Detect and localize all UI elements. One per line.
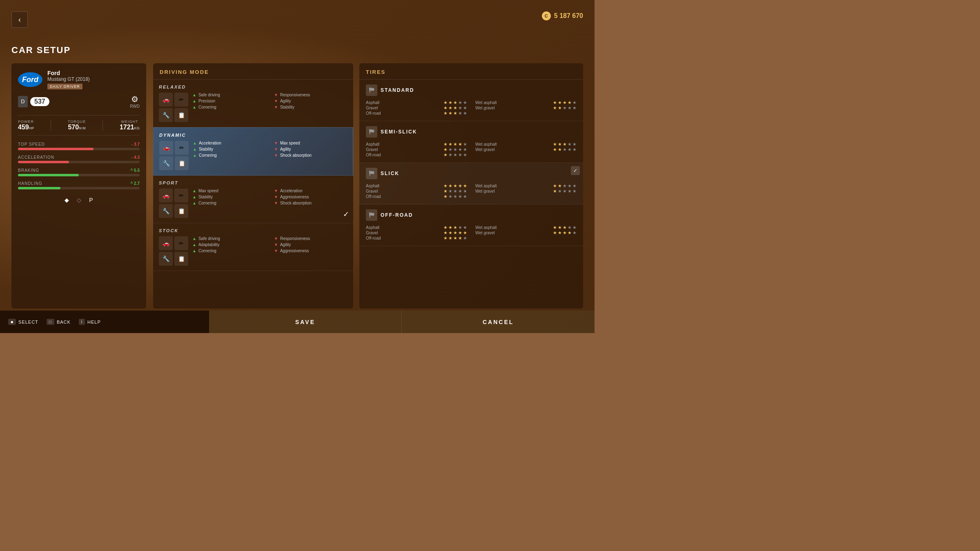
back-label: BACK <box>57 320 71 324</box>
weight-value: 1721KG <box>120 124 140 131</box>
mode-icons: 🚗 ✏ 🔧 📋 <box>159 236 188 266</box>
mode-card-stock[interactable]: STOCK 🚗 ✏ 🔧 📋 ▲ Safe driving ▲ Adaptabil… <box>153 223 353 271</box>
mode-pro-text: Adaptability <box>198 242 220 247</box>
star: ★ <box>553 225 557 230</box>
tire-stat-row: Wet gravel ★★★★★ <box>475 230 577 236</box>
star: ★ <box>558 230 562 236</box>
tire-card-semislick[interactable]: 🏁 SEMI-SLICK Asphalt ★★★★★ Gravel ★★★★★ … <box>359 121 583 163</box>
tire-stat-row: Wet gravel ★★★★★ <box>475 105 577 111</box>
star: ★ <box>443 189 448 194</box>
star: ★ <box>453 225 457 230</box>
star: ★ <box>553 100 557 105</box>
tire-card-standard[interactable]: 🏁 STANDARD Asphalt ★★★★★ Gravel ★★★★★ Of… <box>359 80 583 121</box>
torque-stat: TORQUE 570N·M <box>68 120 86 131</box>
star-rating: ★★★★★ <box>443 189 467 194</box>
mode-icons: 🚗 ✏ 🔧 📋 <box>159 141 189 170</box>
star: ★ <box>572 100 577 105</box>
tire-stat-row: Wet asphalt ★★★★★ <box>475 183 577 189</box>
star: ★ <box>453 142 457 147</box>
star: ★ <box>553 183 557 189</box>
star: ★ <box>443 194 448 199</box>
tire-card-slick[interactable]: 🏁 SLICK Asphalt ★★★★★ Gravel ★★★★★ Off-r… <box>359 163 583 204</box>
tires-panel[interactable]: TIRES 🏁 STANDARD Asphalt ★★★★★ Gravel ★★… <box>359 63 583 309</box>
mode-body: 🚗 ✏ 🔧 📋 ▲ Acceleration ▲ Stability ▲ Cor… <box>159 141 347 170</box>
mode-pro-text: Safe driving <box>198 93 220 97</box>
modes-container[interactable]: RELAXED 🚗 ✏ 🔧 📋 ▲ Safe driving ▲ Precisi… <box>153 80 353 307</box>
star: ★ <box>568 183 572 189</box>
mode-icons: 🚗 ✏ 🔧 📋 <box>159 189 188 218</box>
mode-icon-4: 📋 <box>175 156 189 170</box>
mode-card-sport[interactable]: SPORT 🚗 ✏ 🔧 📋 ▲ Max speed ▲ Stability ▲ … <box>153 176 353 223</box>
mode-con-text: Agility <box>280 147 291 151</box>
tire-surface-label: Wet gravel <box>475 231 498 235</box>
weight-label: WEIGHT <box>120 120 140 124</box>
star-rating: ★★★★★ <box>553 100 577 105</box>
mode-pro: ▲ Safe driving <box>192 93 266 97</box>
star: ★ <box>463 183 467 189</box>
star: ★ <box>572 105 577 111</box>
cancel-label: CANCEL <box>483 319 514 325</box>
star-rating: ★★★★★ <box>443 183 467 189</box>
cancel-button[interactable]: CANCEL <box>402 311 595 333</box>
tire-name: STANDARD <box>381 87 414 93</box>
tire-surface-label: Wet asphalt <box>475 225 498 230</box>
star: ★ <box>458 100 462 105</box>
icon-p-button[interactable]: P <box>87 196 95 204</box>
car-rating-row: D 537 ⚙ RWD <box>18 94 140 109</box>
mode-card-relaxed[interactable]: RELAXED 🚗 ✏ 🔧 📋 ▲ Safe driving ▲ Precisi… <box>153 80 353 127</box>
star: ★ <box>448 142 452 147</box>
tires-title: TIRES <box>359 63 583 80</box>
star: ★ <box>553 142 557 147</box>
tire-card-offroad[interactable]: 🏁 OFF-ROAD Asphalt ★★★★★ Gravel ★★★★★ Of… <box>359 204 583 246</box>
star: ★ <box>553 189 557 194</box>
mode-cons-col: ▼ Acceleration ▼ Aggressiveness ▼ Shock … <box>274 189 347 218</box>
back-icon: ‹ <box>18 16 21 24</box>
star: ★ <box>443 111 448 116</box>
icon-diamond-outline[interactable]: ◇ <box>75 196 83 204</box>
up-arrow-icon: ▲ <box>192 189 196 193</box>
mode-card-dynamic[interactable]: DYNAMIC 🚗 ✏ 🔧 📋 ▲ Acceleration ▲ Stabili… <box>153 127 353 176</box>
star: ★ <box>453 194 457 199</box>
mode-con-text: Responsiveness <box>280 236 310 241</box>
perf-label: ACCELERATION <box>18 155 54 160</box>
tire-stat-row: Asphalt ★★★★★ <box>366 142 467 147</box>
mode-icon-3: 🔧 <box>159 156 173 170</box>
mode-icon-1: 🚗 <box>159 189 173 202</box>
tire-name: SEMI-SLICK <box>381 129 417 135</box>
tire-name: SLICK <box>381 171 399 176</box>
tire-surface-label: Wet asphalt <box>475 142 498 147</box>
tire-surface-label: Asphalt <box>366 142 388 147</box>
mode-pros-col: ▲ Max speed ▲ Stability ▲ Cornering <box>192 189 266 218</box>
up-arrow-icon: ▲ <box>192 93 196 97</box>
tire-stats-grid: Asphalt ★★★★★ Gravel ★★★★★ Off-road ★★★★… <box>366 100 577 116</box>
star: ★ <box>448 111 452 116</box>
stats-row: POWER 459HP TORQUE 570N·M WEIGHT 1721KG <box>18 115 140 136</box>
up-arrow-icon: ▲ <box>192 99 196 103</box>
tire-stat-row: Asphalt ★★★★★ <box>366 183 467 189</box>
star: ★ <box>558 225 562 230</box>
perf-bar-fill <box>18 161 69 163</box>
help-key: i <box>79 319 85 325</box>
star: ★ <box>463 100 467 105</box>
icon-diamond-filled[interactable]: ◆ <box>62 196 71 204</box>
up-arrow-icon: ▲ <box>192 201 196 205</box>
back-hint: □ BACK <box>47 319 71 325</box>
mode-pro: ▲ Adaptability <box>192 242 266 247</box>
mode-con: ▼ Stability <box>274 105 347 109</box>
perf-delta: ^ 5.5 <box>130 168 140 173</box>
currency-icon: C <box>542 11 551 20</box>
mode-name: RELAXED <box>159 84 347 89</box>
star-rating: ★★★★★ <box>443 225 467 230</box>
star: ★ <box>553 105 557 111</box>
car-brand: Ford <box>47 70 90 76</box>
mode-pros-col: ▲ Safe driving ▲ Adaptability ▲ Cornerin… <box>192 236 266 266</box>
mode-pro-text: Max speed <box>198 189 218 193</box>
star-rating: ★★★★★ <box>553 225 577 230</box>
transmission-badge: ⚙ RWD <box>130 94 140 109</box>
mode-icon-4: 📋 <box>174 252 188 266</box>
star: ★ <box>572 225 577 230</box>
save-button[interactable]: SAVE <box>209 311 402 333</box>
star: ★ <box>563 230 567 236</box>
tire-stat-row: Wet asphalt ★★★★★ <box>475 100 577 105</box>
back-button[interactable]: ‹ <box>11 11 28 28</box>
